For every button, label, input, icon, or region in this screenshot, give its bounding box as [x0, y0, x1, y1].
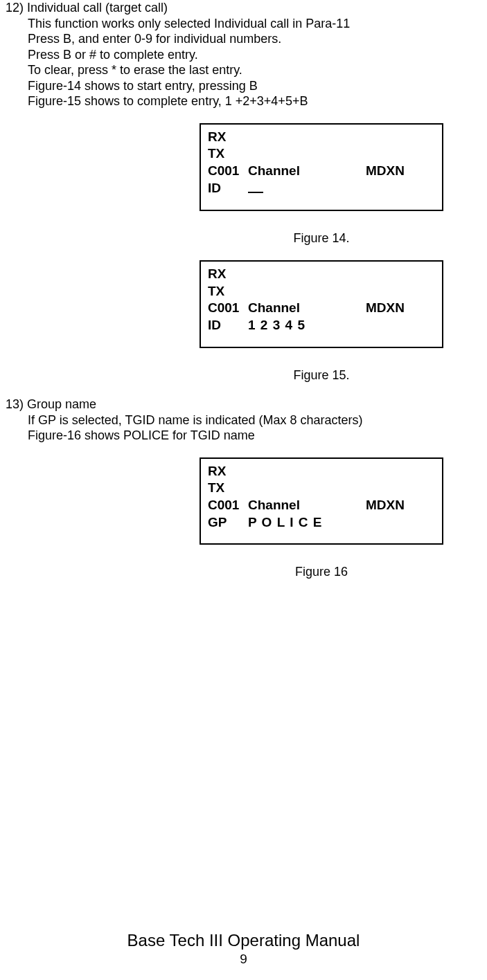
fig14-mode: MDXN [366, 163, 405, 180]
fig16-channel-num: C001 [208, 497, 248, 514]
fig15-mode: MDXN [366, 300, 405, 317]
fig16-gp-row: GP P O L I C E [208, 514, 435, 532]
fig16-channel-row: C001 Channel MDXN [208, 497, 435, 514]
fig14-cursor [248, 180, 263, 193]
fig15-channel-row: C001 Channel MDXN [208, 300, 435, 317]
fig14-channel-num: C001 [208, 163, 248, 180]
fig15-channel-num: C001 [208, 300, 248, 317]
section-12-line-2: Press B, and enter 0-9 for individual nu… [28, 31, 481, 47]
fig16-rx: RX [208, 463, 435, 480]
fig15-id-value: 1 2 3 4 5 [248, 317, 306, 334]
figure-16-caption: Figure 16 [200, 564, 443, 580]
fig16-channel-name: Channel [248, 497, 366, 514]
figure-16-display: RX TX C001 Channel MDXN GP P O L I C E [200, 457, 443, 545]
fig14-tx: TX [208, 145, 435, 163]
fig14-channel-name: Channel [248, 163, 366, 180]
section-13-heading: 13) Group name [6, 397, 481, 412]
fig16-tx: TX [208, 480, 435, 497]
figure-14-display: RX TX C001 Channel MDXN ID [200, 123, 443, 212]
fig14-id-row: ID [208, 180, 435, 198]
section-12-line-4: To clear, press * to erase the last entr… [28, 62, 481, 78]
section-13-line-2: Figure-16 shows POLICE for TGID name [28, 428, 481, 444]
fig14-rx: RX [208, 129, 435, 146]
fig15-channel-name: Channel [248, 300, 366, 317]
page: 12) Individual call (target call) This f… [0, 0, 487, 980]
fig15-rx: RX [208, 266, 435, 283]
fig15-id-row: ID 1 2 3 4 5 [208, 317, 435, 334]
figure-15-caption: Figure 15. [200, 368, 443, 383]
section-12-line-1: This function works only selected Indivi… [28, 16, 481, 32]
fig14-channel-row: C001 Channel MDXN [208, 163, 435, 180]
footer-title: Base Tech III Operating Manual [0, 930, 487, 951]
fig16-gp-value: P O L I C E [248, 514, 322, 532]
fig15-tx: TX [208, 283, 435, 300]
footer-page: 9 [0, 951, 487, 968]
section-12-line-5: Figure-14 shows to start entry, pressing… [28, 78, 481, 94]
fig15-id-label: ID [208, 317, 248, 334]
section-12-line-3: Press B or # to complete entry. [28, 47, 481, 63]
footer: Base Tech III Operating Manual 9 [0, 930, 487, 968]
figure-15-display: RX TX C001 Channel MDXN ID 1 2 3 4 5 [200, 260, 443, 348]
section-12-line-6: Figure-15 shows to complete entry, 1 +2+… [28, 93, 481, 109]
figure-14-caption: Figure 14. [200, 230, 443, 246]
fig14-id-label: ID [208, 180, 248, 198]
fig16-gp-label: GP [208, 514, 248, 532]
fig16-mode: MDXN [366, 497, 405, 514]
section-13-line-1: If GP is selected, TGID name is indicate… [28, 412, 481, 428]
section-12-heading: 12) Individual call (target call) [6, 0, 481, 16]
fig14-id-value [248, 180, 263, 198]
